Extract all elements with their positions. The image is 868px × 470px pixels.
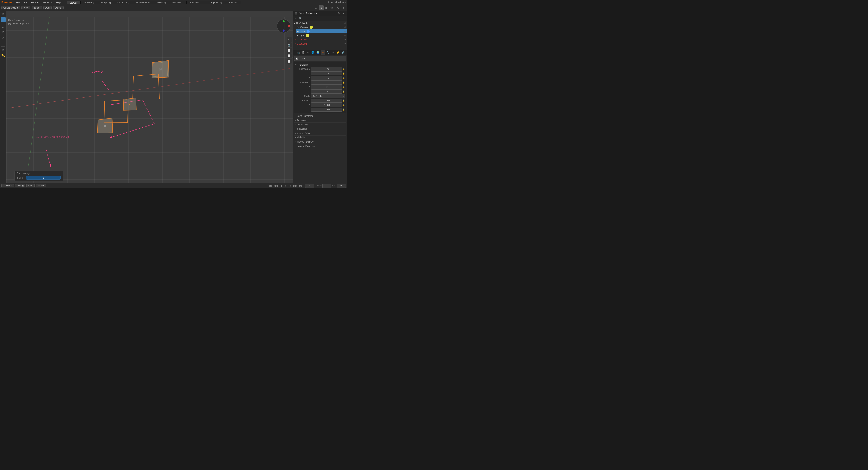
view-btn[interactable]: View	[26, 184, 35, 187]
tab-animation[interactable]: Animation	[169, 1, 187, 4]
solid-btn[interactable]: ●	[319, 5, 324, 10]
object-name-field[interactable]: ▣ Cube	[294, 56, 346, 61]
cube-visibility-icon[interactable]: 👁	[344, 30, 346, 33]
cube-outlined-selected[interactable]	[132, 74, 159, 99]
location-x-lock[interactable]: 🔒	[342, 68, 345, 70]
front-view-icon[interactable]: ⬜	[287, 48, 291, 53]
location-x-input[interactable]: 0 m	[311, 67, 342, 71]
material-preview-btn[interactable]: ◕	[324, 5, 329, 10]
object-data-props-icon[interactable]: △	[346, 51, 347, 55]
end-frame-input[interactable]: 250	[337, 184, 346, 188]
camera-visibility-icon[interactable]: 👁	[344, 26, 346, 29]
relations-section[interactable]: › Relations	[294, 118, 346, 122]
output-props-icon[interactable]: 🎬	[301, 51, 305, 55]
outliner-item-cube[interactable]: ▣ Cube 👁	[296, 29, 347, 33]
scale-x-lock[interactable]: 🔒	[342, 99, 345, 102]
outliner-item-camera[interactable]: 📷 Camera 👁	[296, 25, 347, 29]
collection-visibility-icon[interactable]: 👁	[344, 22, 346, 24]
steps-input[interactable]	[26, 176, 61, 180]
camera-view-icon[interactable]: 📷	[287, 42, 291, 48]
tab-uv-editing[interactable]: UV Editing	[114, 1, 132, 4]
outliner-item-cube001[interactable]: ▼ Cube.001 👁	[293, 37, 347, 41]
wireframe-btn[interactable]: ⬡	[313, 5, 318, 10]
outliner-item-light[interactable]: ✦ Light 👁	[296, 33, 347, 37]
jump-end-btn[interactable]: ⏭	[298, 184, 303, 188]
overlay-btn[interactable]: ⊙	[336, 5, 341, 10]
top-view-icon[interactable]: ⬜	[287, 59, 291, 64]
tab-rendering[interactable]: Rendering	[187, 1, 205, 4]
outliner-item-cube002[interactable]: ▼ Cube.002 👁	[293, 41, 347, 45]
tab-compositing[interactable]: Compositing	[205, 1, 225, 4]
start-frame-input[interactable]: 1	[322, 184, 331, 188]
jump-start-btn[interactable]: ⏮	[269, 184, 273, 188]
transform-tool[interactable]: ⊞	[1, 40, 6, 45]
annotate-tool[interactable]: ✏	[1, 48, 6, 53]
scale-tool[interactable]: ⤢	[1, 35, 6, 40]
scale-z-lock[interactable]: 🔒	[342, 108, 345, 111]
scale-y-lock[interactable]: 🔒	[342, 104, 345, 106]
view-layer-props-icon[interactable]: ⊙	[306, 51, 310, 55]
constraint-props-icon[interactable]: 🔗	[341, 51, 345, 55]
location-z-input[interactable]: 0 m	[311, 76, 342, 80]
rotation-z-input[interactable]: 0°	[311, 90, 342, 94]
physics-props-icon[interactable]: ⚡	[336, 51, 340, 55]
scale-z-input[interactable]: 1.000	[311, 107, 342, 112]
menu-window[interactable]: Window	[41, 1, 53, 4]
tab-scripting[interactable]: Scripting	[225, 1, 241, 4]
view-menu-btn[interactable]: View	[22, 6, 31, 9]
tab-modeling[interactable]: Modeling	[81, 1, 97, 4]
marker-btn[interactable]: Marker	[36, 184, 46, 187]
location-z-lock[interactable]: 🔒	[342, 77, 345, 79]
menu-file[interactable]: File	[14, 1, 21, 4]
search-icon[interactable]: 🔍	[298, 17, 302, 20]
rotation-y-lock[interactable]: 🔒	[342, 86, 345, 88]
select-box-tool[interactable]: ⬚	[1, 17, 6, 22]
location-y-lock[interactable]: 🔒	[342, 72, 345, 74]
scale-y-input[interactable]: 1.000	[311, 103, 342, 107]
instancing-section[interactable]: › Instancing	[294, 127, 346, 131]
next-keyframe-btn[interactable]: ▶▶	[293, 184, 298, 188]
render-props-icon[interactable]: 📷	[296, 51, 301, 55]
add-menu-btn[interactable]: Add	[43, 6, 52, 9]
menu-edit[interactable]: Edit	[22, 1, 29, 4]
cursor-tool[interactable]: ⊕	[1, 12, 6, 17]
rendered-btn[interactable]: ◑	[329, 5, 334, 10]
tab-texture-paint[interactable]: Texture Paint	[132, 1, 153, 4]
nav-gizmo[interactable]: X Y Z	[276, 18, 291, 34]
filter-icon[interactable]: ≡	[294, 17, 298, 20]
rotation-x-lock[interactable]: 🔒	[342, 81, 345, 84]
prev-frame-btn[interactable]: ◀	[278, 184, 283, 188]
light-visibility-icon[interactable]: 👁	[344, 34, 346, 37]
outliner-filter-btn[interactable]: ⊙	[336, 11, 341, 15]
scene-canvas[interactable]: User Perspective (1) Collection | Cube ス…	[6, 17, 293, 183]
rotate-tool[interactable]: ↺	[1, 30, 6, 35]
object-props-icon[interactable]: ◈	[321, 51, 325, 55]
add-workspace-button[interactable]: +	[241, 1, 243, 4]
move-tool[interactable]: ⊕	[1, 24, 6, 29]
visibility-section[interactable]: › Visibility	[294, 135, 346, 139]
object-menu-btn[interactable]: Object	[53, 6, 64, 9]
tab-shading[interactable]: Shading	[153, 1, 169, 4]
measure-tool[interactable]: 📏	[1, 53, 6, 58]
next-frame-btn[interactable]: ▶	[288, 184, 292, 188]
playback-btn[interactable]: Playback	[1, 184, 14, 187]
keying-btn[interactable]: Keying	[15, 184, 25, 187]
zoom-to-fit-icon[interactable]: ⊙	[287, 37, 291, 42]
rotation-y-input[interactable]: 0°	[311, 85, 342, 89]
modifier-props-icon[interactable]: 🔧	[326, 51, 330, 55]
motion-paths-section[interactable]: › Motion Paths	[294, 131, 346, 135]
cube001-visibility-icon[interactable]: 👁	[344, 38, 346, 41]
side-view-icon[interactable]: ⬜	[287, 53, 291, 58]
mode-select-btn[interactable]: Object Mode ▾	[1, 6, 20, 9]
cube-outlined-2[interactable]	[103, 100, 127, 123]
custom-properties-section[interactable]: › Custom Properties	[294, 144, 346, 148]
rotation-z-lock[interactable]: 🔒	[342, 90, 345, 93]
location-y-input[interactable]: 0 m	[311, 71, 342, 75]
world-props-icon[interactable]: 🌍	[316, 51, 320, 55]
tab-sculpting[interactable]: Sculpting	[97, 1, 114, 4]
outliner-item-collection[interactable]: ▾ Collection 👁	[293, 21, 347, 25]
cube002-visibility-icon[interactable]: 👁	[344, 42, 346, 45]
scale-x-input[interactable]: 1.000	[311, 98, 342, 102]
rotation-mode-dropdown[interactable]: XYZ Euler ▾	[311, 94, 345, 98]
viewport-display-section[interactable]: › Viewport Display	[294, 139, 346, 144]
